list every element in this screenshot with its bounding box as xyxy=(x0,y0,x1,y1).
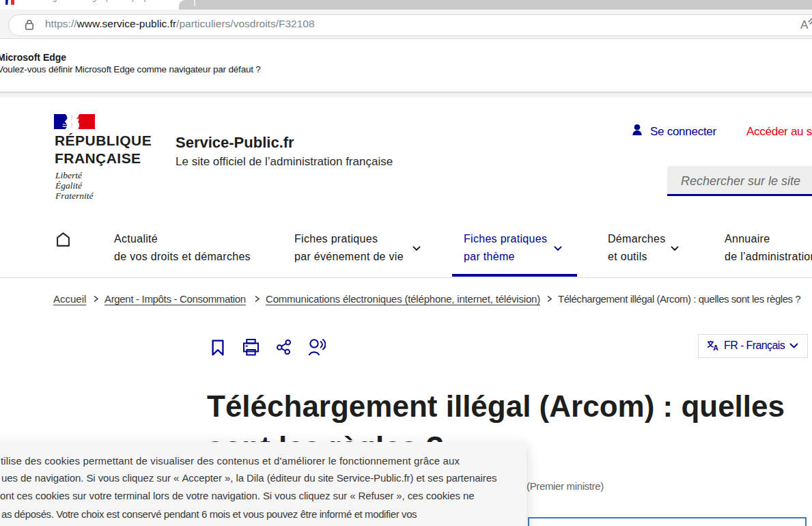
svg-text:A: A xyxy=(713,344,718,351)
